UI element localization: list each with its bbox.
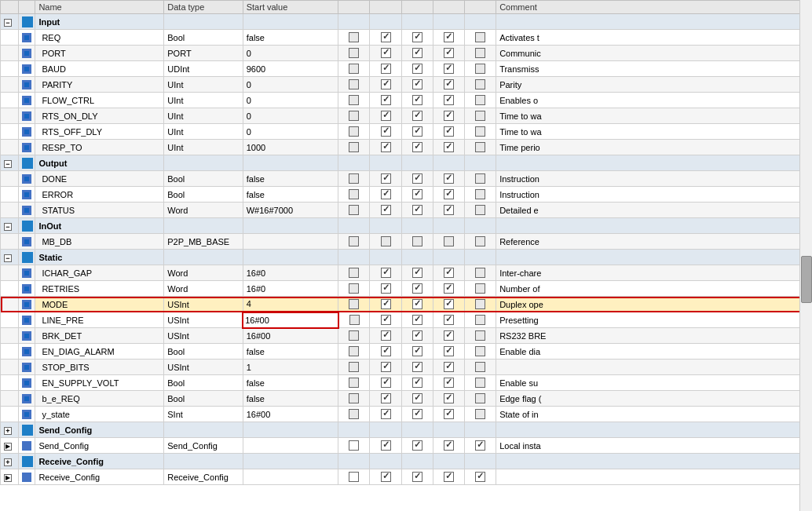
checkbox-cell-4[interactable] xyxy=(464,391,496,407)
checkbox-cell-3[interactable] xyxy=(433,46,464,61)
checkbox[interactable] xyxy=(381,79,391,89)
checkbox-cell-3[interactable] xyxy=(433,234,464,250)
checkbox-cell-2[interactable] xyxy=(401,124,433,140)
checkbox-cell-1[interactable] xyxy=(370,265,401,281)
checkbox[interactable] xyxy=(412,189,422,199)
checkbox-cell-4[interactable] xyxy=(464,77,496,93)
checkbox[interactable] xyxy=(444,440,454,451)
checkbox-cell-0[interactable] xyxy=(338,61,370,77)
expand-cell[interactable]: − xyxy=(1,218,19,234)
checkbox[interactable] xyxy=(412,472,422,482)
checkbox[interactable] xyxy=(475,189,485,199)
checkbox-cell-0[interactable] xyxy=(338,124,370,140)
checkbox[interactable] xyxy=(349,236,359,246)
checkbox[interactable] xyxy=(349,32,359,42)
checkbox[interactable] xyxy=(381,205,391,215)
checkbox-cell-1[interactable] xyxy=(370,61,401,77)
checkbox[interactable] xyxy=(412,64,422,74)
checkbox[interactable] xyxy=(475,142,485,152)
list-item[interactable]: ▶Send_ConfigSend_ConfigLocal insta xyxy=(1,438,812,454)
list-item[interactable]: DONEBoolfalseInstruction xyxy=(1,171,812,187)
checkbox[interactable] xyxy=(475,315,485,325)
checkbox-cell-0[interactable] xyxy=(338,312,370,328)
checkbox[interactable] xyxy=(381,64,391,74)
list-item[interactable]: STOP_BITSUSInt1 xyxy=(1,360,812,375)
checkbox-cell-2[interactable] xyxy=(401,328,433,344)
checkbox-cell-0[interactable] xyxy=(338,265,370,281)
checkbox-cell-1[interactable] xyxy=(370,375,401,391)
checkbox[interactable] xyxy=(381,173,391,184)
checkbox-cell-3[interactable] xyxy=(433,108,464,124)
checkbox[interactable] xyxy=(412,440,422,451)
checkbox[interactable] xyxy=(349,315,360,325)
list-item[interactable]: PARITYUInt0Parity xyxy=(1,77,812,93)
checkbox[interactable] xyxy=(475,32,485,42)
checkbox[interactable] xyxy=(412,95,422,105)
list-item[interactable]: MODEUSInt4Duplex ope xyxy=(1,297,812,312)
checkbox[interactable] xyxy=(475,205,485,215)
checkbox-cell-2[interactable] xyxy=(401,108,433,124)
checkbox-cell-2[interactable] xyxy=(401,297,433,312)
checkbox-cell-2[interactable] xyxy=(401,391,433,407)
checkbox-cell-3[interactable] xyxy=(433,93,464,108)
checkbox[interactable] xyxy=(412,268,422,278)
checkbox-cell-0[interactable] xyxy=(338,93,370,108)
checkbox[interactable] xyxy=(412,299,422,309)
checkbox-cell-4[interactable] xyxy=(464,124,496,140)
checkbox-cell-0[interactable] xyxy=(338,140,370,155)
checkbox-cell-1[interactable] xyxy=(370,360,401,375)
list-item[interactable]: BRK_DETUSInt16#00RS232 BRE xyxy=(1,328,812,344)
checkbox-cell-2[interactable] xyxy=(401,171,433,187)
checkbox[interactable] xyxy=(381,378,391,388)
group-row-send_config[interactable]: +Send_Config xyxy=(1,422,812,438)
checkbox[interactable] xyxy=(381,95,391,105)
checkbox[interactable] xyxy=(444,79,454,89)
checkbox-cell-2[interactable] xyxy=(401,93,433,108)
checkbox-cell-4[interactable] xyxy=(464,407,496,422)
row-value[interactable] xyxy=(243,312,338,328)
checkbox[interactable] xyxy=(412,236,422,246)
checkbox[interactable] xyxy=(381,440,391,451)
checkbox[interactable] xyxy=(381,315,391,325)
checkbox[interactable] xyxy=(444,32,454,42)
checkbox-cell-4[interactable] xyxy=(464,171,496,187)
checkbox-cell-4[interactable] xyxy=(464,297,496,312)
checkbox[interactable] xyxy=(444,409,454,419)
list-item[interactable]: y_stateSInt16#00State of in xyxy=(1,407,812,422)
list-item[interactable]: MB_DBP2P_MB_BASEReference xyxy=(1,234,812,250)
checkbox-cell-0[interactable] xyxy=(338,328,370,344)
checkbox-cell-2[interactable] xyxy=(401,312,433,328)
checkbox-cell-0[interactable] xyxy=(338,203,370,218)
checkbox[interactable] xyxy=(444,64,454,74)
checkbox-cell-2[interactable] xyxy=(401,30,433,46)
checkbox-cell-4[interactable] xyxy=(464,93,496,108)
checkbox-cell-3[interactable] xyxy=(433,140,464,155)
checkbox[interactable] xyxy=(381,409,391,419)
checkbox-cell-1[interactable] xyxy=(370,328,401,344)
checkbox-cell-2[interactable] xyxy=(401,46,433,61)
checkbox[interactable] xyxy=(381,236,391,246)
checkbox-cell-3[interactable] xyxy=(433,30,464,46)
expand-icon[interactable]: − xyxy=(4,19,12,27)
checkbox[interactable] xyxy=(475,79,485,89)
expand-icon[interactable]: − xyxy=(4,223,12,231)
group-row-static[interactable]: −Static xyxy=(1,250,812,265)
checkbox-cell-4[interactable] xyxy=(464,46,496,61)
list-item[interactable]: EN_DIAG_ALARMBoolfalseEnable dia xyxy=(1,344,812,360)
checkbox-cell-4[interactable] xyxy=(464,281,496,297)
checkbox-cell-0[interactable] xyxy=(338,281,370,297)
checkbox[interactable] xyxy=(444,268,454,278)
checkbox[interactable] xyxy=(412,205,422,215)
checkbox[interactable] xyxy=(349,48,359,58)
checkbox[interactable] xyxy=(475,409,485,419)
checkbox[interactable] xyxy=(444,236,454,246)
checkbox-cell-1[interactable] xyxy=(370,46,401,61)
checkbox-cell-2[interactable] xyxy=(401,203,433,218)
checkbox[interactable] xyxy=(444,205,454,215)
checkbox[interactable] xyxy=(349,126,359,137)
checkbox[interactable] xyxy=(444,346,454,356)
checkbox[interactable] xyxy=(444,299,454,309)
checkbox-cell-2[interactable] xyxy=(401,375,433,391)
checkbox-cell-0[interactable] xyxy=(338,375,370,391)
checkbox[interactable] xyxy=(412,315,422,325)
